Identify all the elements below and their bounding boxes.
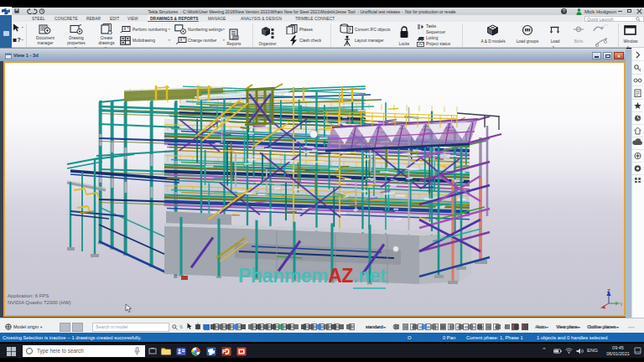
svg-text:?: ?	[18, 37, 21, 43]
svg-text:P: P	[222, 349, 226, 354]
svg-text:Z: Z	[607, 288, 610, 293]
svg-text:Y: Y	[620, 302, 622, 307]
